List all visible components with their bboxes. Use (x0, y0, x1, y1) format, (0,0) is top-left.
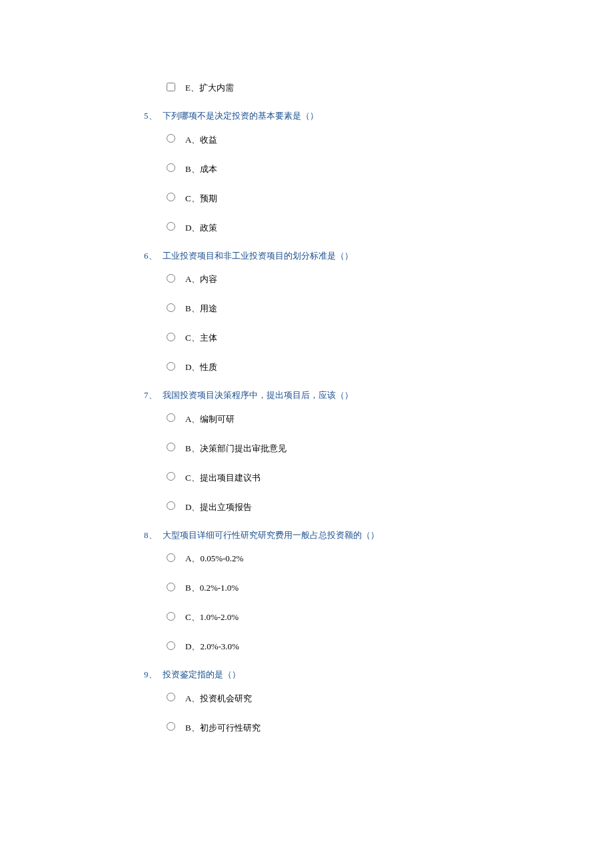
question-block: 8、大型项目详细可行性研究研究费用一般占总投资额的（）A、0.05%-0.2%B… (144, 529, 613, 654)
question-block: 6、工业投资项目和非工业投资项目的划分标准是（）A、内容B、用途C、主体D、性质 (144, 249, 613, 375)
option-row: B、决策部门提出审批意见 (167, 441, 613, 455)
option-row: E、扩大内需 (167, 80, 613, 95)
option-row: D、性质 (167, 359, 613, 374)
option-input-holder (167, 554, 185, 563)
option-label: C、1.0%-2.0% (185, 609, 239, 624)
option-input-holder (167, 414, 185, 423)
option-radio[interactable] (167, 472, 175, 481)
option-row: A、0.05%-0.2% (167, 551, 613, 565)
option-input-holder (167, 333, 185, 342)
question-header: 5、下列哪项不是决定投资的基本要素是（） (144, 109, 613, 123)
option-row: A、投资机会研究 (167, 691, 613, 705)
option-radio[interactable] (167, 274, 175, 283)
option-label: A、投资机会研究 (185, 691, 252, 705)
option-row: B、成本 (167, 161, 613, 176)
option-radio[interactable] (167, 413, 175, 422)
option-row: C、预期 (167, 191, 613, 205)
option-row: D、提出立项报告 (167, 499, 613, 514)
option-radio[interactable] (167, 333, 175, 341)
options-list: A、内容B、用途C、主体D、性质 (144, 271, 613, 374)
option-radio[interactable] (167, 553, 175, 562)
option-label: D、2.0%-3.0% (185, 639, 239, 653)
option-radio[interactable] (167, 501, 175, 510)
option-input-holder (167, 275, 185, 283)
option-input-holder (167, 502, 185, 511)
question-block: E、扩大内需 (144, 80, 613, 95)
option-row: D、政策 (167, 220, 613, 235)
option-label: D、政策 (185, 220, 217, 235)
option-label: A、收益 (185, 132, 217, 147)
option-input-holder (167, 723, 185, 731)
option-radio[interactable] (167, 193, 175, 201)
option-radio[interactable] (167, 362, 175, 371)
option-input-holder (167, 613, 185, 621)
option-input-holder (167, 135, 185, 143)
option-row: D、2.0%-3.0% (167, 639, 613, 653)
question-number: 9、 (144, 668, 163, 681)
question-text: 大型项目详细可行性研究研究费用一般占总投资额的（） (163, 529, 379, 542)
question-text: 工业投资项目和非工业投资项目的划分标准是（） (163, 249, 353, 263)
question-number: 5、 (144, 109, 163, 123)
question-list: E、扩大内需5、下列哪项不是决定投资的基本要素是（）A、收益B、成本C、预期D、… (144, 80, 613, 735)
option-row: C、1.0%-2.0% (167, 609, 613, 624)
option-radio[interactable] (167, 583, 175, 591)
question-block: 9、投资鉴定指的是（）A、投资机会研究B、初步可行性研究 (144, 668, 613, 735)
question-number: 8、 (144, 529, 163, 542)
option-row: A、内容 (167, 271, 613, 286)
option-label: C、提出项目建议书 (185, 470, 261, 485)
option-input-holder (167, 642, 185, 651)
question-header: 9、投资鉴定指的是（） (144, 668, 613, 681)
option-radio[interactable] (167, 641, 175, 650)
option-input-holder (167, 583, 185, 592)
option-label: A、编制可研 (185, 411, 235, 426)
option-label: B、用途 (185, 301, 217, 315)
question-text: 投资鉴定指的是（） (163, 668, 241, 681)
question-number: 6、 (144, 249, 163, 263)
option-row: C、提出项目建议书 (167, 470, 613, 485)
option-input-holder (167, 164, 185, 173)
option-radio[interactable] (167, 303, 175, 312)
option-radio[interactable] (167, 722, 175, 731)
option-radio[interactable] (167, 163, 175, 172)
option-radio[interactable] (167, 222, 175, 231)
option-input-holder (167, 83, 185, 92)
question-block: 5、下列哪项不是决定投资的基本要素是（）A、收益B、成本C、预期D、政策 (144, 109, 613, 235)
option-label: D、提出立项报告 (185, 499, 252, 514)
option-input-holder (167, 473, 185, 481)
options-list: A、投资机会研究B、初步可行性研究 (144, 691, 613, 735)
option-radio[interactable] (167, 134, 175, 143)
option-row: B、用途 (167, 301, 613, 315)
option-input-holder (167, 193, 185, 202)
option-checkbox[interactable] (167, 83, 175, 91)
option-label: D、性质 (185, 359, 217, 374)
option-row: A、编制可研 (167, 411, 613, 426)
option-row: A、收益 (167, 132, 613, 147)
option-label: B、0.2%-1.0% (185, 580, 239, 595)
question-header: 6、工业投资项目和非工业投资项目的划分标准是（） (144, 249, 613, 263)
option-label: B、成本 (185, 161, 217, 176)
option-input-holder (167, 363, 185, 371)
option-input-holder (167, 693, 185, 702)
option-label: B、决策部门提出审批意见 (185, 441, 287, 455)
question-text: 下列哪项不是决定投资的基本要素是（） (163, 109, 318, 123)
option-row: B、初步可行性研究 (167, 720, 613, 735)
option-label: A、0.05%-0.2% (185, 551, 243, 565)
option-label: E、扩大内需 (185, 80, 234, 95)
option-radio[interactable] (167, 693, 175, 701)
option-label: C、预期 (185, 191, 217, 205)
option-label: A、内容 (185, 271, 217, 286)
option-radio[interactable] (167, 612, 175, 621)
option-input-holder (167, 223, 185, 231)
option-label: C、主体 (185, 330, 217, 345)
option-row: B、0.2%-1.0% (167, 580, 613, 595)
option-input-holder (167, 304, 185, 313)
question-text: 我国投资项目决策程序中，提出项目后，应该（） (163, 389, 353, 402)
question-number: 7、 (144, 389, 163, 402)
options-list: E、扩大内需 (144, 80, 613, 95)
options-list: A、收益B、成本C、预期D、政策 (144, 132, 613, 235)
question-header: 7、我国投资项目决策程序中，提出项目后，应该（） (144, 389, 613, 402)
option-radio[interactable] (167, 443, 175, 451)
options-list: A、编制可研B、决策部门提出审批意见C、提出项目建议书D、提出立项报告 (144, 411, 613, 514)
option-row: C、主体 (167, 330, 613, 345)
options-list: A、0.05%-0.2%B、0.2%-1.0%C、1.0%-2.0%D、2.0%… (144, 551, 613, 653)
